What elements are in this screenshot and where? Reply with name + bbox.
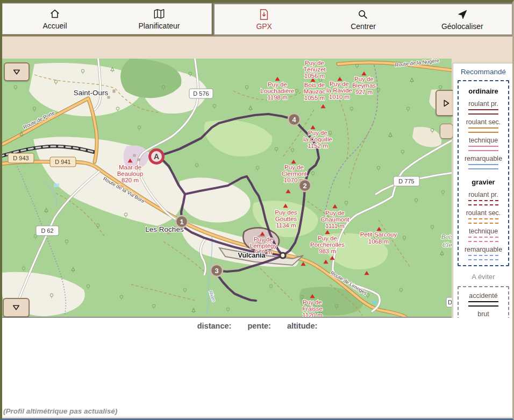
legend-section-ordinaire: ordinaire xyxy=(468,87,498,95)
collapse-top-panel-button[interactable] xyxy=(4,62,30,81)
legend-item: roulant sec. xyxy=(466,209,501,224)
map-side-mini-button[interactable] xyxy=(440,124,453,139)
gpx-button[interactable]: GPX xyxy=(215,4,313,34)
profile-status-note: (Profil altimétrique pas actualisé) xyxy=(3,407,117,415)
town-label-vulcania: Vulcania xyxy=(238,252,266,259)
svg-text:2: 2 xyxy=(303,182,306,190)
svg-text:1: 1 xyxy=(180,218,183,226)
home-icon xyxy=(49,8,61,20)
line-swatch-technique-gravier xyxy=(468,237,498,242)
svg-text:3: 3 xyxy=(215,267,218,275)
marker-waypoint-2[interactable]: 2 xyxy=(299,180,311,191)
svg-text:Bois: Bois xyxy=(441,233,452,240)
marker-waypoint-3[interactable]: 3 xyxy=(211,265,223,276)
legend-item: remarquable xyxy=(465,246,502,260)
altitude-label: altitude: xyxy=(287,322,317,330)
marker-waypoint-1[interactable]: 1 xyxy=(176,216,188,227)
line-swatch-remarquable-gravier xyxy=(468,255,498,260)
map-terrain xyxy=(2,59,452,317)
sub-header-strip xyxy=(2,35,512,60)
line-swatch-roulant-pr-gravier xyxy=(468,200,498,205)
map-svg: Puy deLouchadière1198 m Puy deTénuzet105… xyxy=(2,59,452,317)
town-label-saint-ours: Saint-Ours xyxy=(74,89,109,97)
road-badge: D 62 xyxy=(36,226,59,236)
peak-label: Puy deBleymas927 m xyxy=(352,76,376,95)
peak-label: Puy deTénuzet1056 m xyxy=(303,60,326,79)
road-badge: D xyxy=(446,297,452,307)
map-canvas[interactable]: Puy deLouchadière1198 m Puy deTénuzet105… xyxy=(2,59,452,318)
centrer-button[interactable]: Centrer xyxy=(313,4,412,34)
svg-text:D 943: D 943 xyxy=(13,155,28,161)
svg-text:D 576: D 576 xyxy=(193,90,209,97)
svg-text:D 62: D 62 xyxy=(41,227,53,234)
legend-item: roulant pr. xyxy=(468,191,498,205)
legend-item: technique xyxy=(468,137,498,151)
centrer-label: Centrer xyxy=(351,22,376,31)
legend-avoid-title: A éviter xyxy=(472,273,495,281)
line-swatch-accidente xyxy=(468,301,498,307)
elevation-profile-panel: distance: pente: altitude: (Profil altim… xyxy=(2,318,512,417)
toolbar-group-nav: Accueil Planificateur xyxy=(2,3,212,34)
legend-title: Recommandé xyxy=(461,68,506,76)
line-swatch-technique xyxy=(468,146,498,151)
marker-start[interactable]: A xyxy=(150,150,163,163)
accueil-label: Accueil xyxy=(42,22,67,30)
route-junction-dot[interactable] xyxy=(280,253,285,258)
svg-text:D 941: D 941 xyxy=(55,159,70,165)
marker-waypoint-4[interactable]: 4 xyxy=(288,113,300,125)
magnifier-icon xyxy=(357,9,369,20)
road-badge: D 943 xyxy=(8,153,34,163)
geolocaliser-button[interactable]: Géolocaliser xyxy=(413,4,512,34)
navigation-arrow-icon xyxy=(456,9,468,20)
gpx-download-icon xyxy=(259,9,269,20)
accueil-button[interactable]: Accueil xyxy=(3,4,107,34)
svg-text:A: A xyxy=(154,152,159,161)
svg-text:4: 4 xyxy=(292,116,296,124)
legend-item: remarquable xyxy=(465,155,502,169)
legend-item: technique xyxy=(468,227,498,242)
triangle-down-icon xyxy=(9,301,23,314)
legend-recommended-box: ordinaire roulant pr. roulant sec. techn… xyxy=(458,80,509,266)
svg-text:Cler: Cler xyxy=(442,241,452,248)
svg-text:D: D xyxy=(448,299,452,305)
collapse-bottom-panel-button[interactable] xyxy=(3,298,30,317)
planificateur-label: Planificateur xyxy=(138,22,180,30)
pente-label: pente: xyxy=(247,322,271,330)
distance-label: distance: xyxy=(197,322,232,330)
planificateur-button[interactable]: Planificateur xyxy=(107,4,211,34)
app-window: Accueil Planificateur GPX xyxy=(0,0,514,420)
legend-section-gravier: gravier xyxy=(472,178,495,186)
folded-map-icon xyxy=(153,8,165,20)
gpx-label: GPX xyxy=(256,22,272,31)
road-badge: D 576 xyxy=(189,89,213,98)
svg-text:D 775: D 775 xyxy=(398,178,414,184)
peak-label: Puy dela Ravide1010 m xyxy=(326,81,352,100)
profile-header: distance: pente: altitude: xyxy=(2,318,512,330)
toolbar: Accueil Planificateur GPX xyxy=(2,2,512,35)
geolocaliser-label: Géolocaliser xyxy=(441,22,483,31)
triangle-right-icon xyxy=(440,96,452,111)
toolbar-group-actions: GPX Centrer Géolocaliser xyxy=(213,3,513,35)
line-swatch-roulant-sec xyxy=(468,127,498,133)
peak-label: Puy desGouttes1134 m xyxy=(275,209,297,229)
legend-panel: Recommandé ordinaire roulant pr. roulant… xyxy=(453,63,514,352)
line-swatch-remarquable xyxy=(468,164,498,169)
line-swatch-roulant-sec-gravier xyxy=(468,218,498,224)
legend-item: roulant sec. xyxy=(466,118,501,133)
legend-item: roulant pr. xyxy=(468,100,498,115)
peak-label: Bois deMauzac1055 m xyxy=(304,82,326,101)
triangle-down-icon xyxy=(10,66,24,79)
peak-label: Puy deFraisse1120 m xyxy=(302,299,323,317)
road-badge: D 941 xyxy=(50,157,76,167)
line-swatch-roulant-pr xyxy=(468,109,498,115)
road-badge: D 775 xyxy=(394,176,419,186)
legend-item: accidenté xyxy=(468,292,498,307)
